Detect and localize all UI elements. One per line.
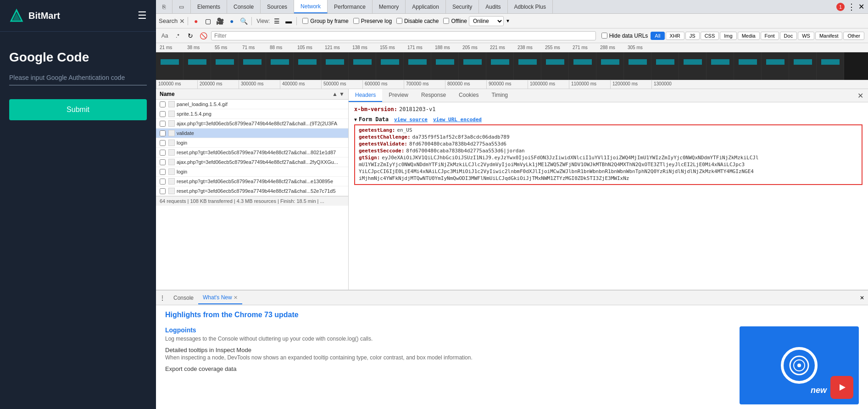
tab-dock-left[interactable]: ⎘ <box>156 0 172 13</box>
close-panel-button[interactable]: ✕ <box>853 89 868 102</box>
filter-type-css[interactable]: CSS <box>701 32 719 40</box>
screenshot-22[interactable] <box>734 52 762 80</box>
tab-sources[interactable]: Sources <box>261 0 294 13</box>
tab-timing[interactable]: Timing <box>485 89 514 102</box>
play-button[interactable] <box>830 376 853 399</box>
list-item[interactable]: ajax.php?gt=3efd06ecb5c8799ea7749b44e88c… <box>156 157 348 167</box>
screenshot-10[interactable] <box>404 52 431 80</box>
list-item-validate[interactable]: validate <box>156 129 348 138</box>
view-source-link[interactable]: view source <box>394 117 428 123</box>
tab-preview[interactable]: Preview <box>382 89 415 102</box>
item-checkbox[interactable] <box>160 111 166 117</box>
stop-button[interactable]: ▢ <box>203 16 213 26</box>
screenshot-6[interactable] <box>294 52 321 80</box>
case-sensitive-btn[interactable]: Aa <box>160 31 170 41</box>
item-checkbox[interactable] <box>160 179 166 185</box>
three-dots-icon[interactable]: ⋮ <box>160 295 165 301</box>
screenshot-4[interactable] <box>239 52 266 80</box>
search-icon-button[interactable]: 🔍 <box>239 16 249 26</box>
tab-response[interactable]: Response <box>415 89 452 102</box>
tab-memory[interactable]: Memory <box>373 0 406 13</box>
item-checkbox[interactable] <box>160 140 166 146</box>
filter-type-xhr[interactable]: XHR <box>666 32 684 40</box>
clear-filter-btn[interactable]: 🚫 <box>198 31 208 41</box>
tab-dock-bottom[interactable]: ▭ <box>172 0 191 13</box>
scroll-up-btn[interactable]: ▲ <box>332 91 338 97</box>
item-checkbox[interactable] <box>160 188 166 194</box>
error-badge[interactable]: 1 <box>836 3 845 11</box>
list-item[interactable]: ajax.php?gt=3efd06ecb5c8799ea7749b44e88c… <box>156 119 348 129</box>
list-item[interactable]: reset.php?gt=3efd06ecb5c8799ea7749b44e88… <box>156 177 348 186</box>
regex-btn[interactable]: .* <box>172 31 183 41</box>
screenshot-toggle-button[interactable]: 🎥 <box>215 16 225 26</box>
group-by-frame-checkbox[interactable] <box>302 18 308 24</box>
filter-type-all[interactable]: All <box>651 32 664 40</box>
tab-cookies[interactable]: Cookies <box>452 89 485 102</box>
screenshot-9[interactable] <box>376 52 404 80</box>
close-devtools-icon[interactable]: ✕ <box>858 2 864 11</box>
list-item[interactable]: sprite.1.5.4.png <box>156 109 348 119</box>
record-button[interactable]: ● <box>191 16 201 26</box>
list-item[interactable]: reset.php?gt=3efd06ecb5c8799ea7749b44e88… <box>156 186 348 196</box>
view-url-encoded-link[interactable]: view URL encoded <box>433 117 482 123</box>
tab-security[interactable]: Security <box>446 0 479 13</box>
screenshot-14[interactable] <box>514 52 541 80</box>
preserve-log-checkbox[interactable] <box>353 18 359 24</box>
tab-adblock[interactable]: Adblock Plus <box>508 0 553 13</box>
screenshot-19[interactable] <box>651 52 679 80</box>
submit-button[interactable]: Submit <box>9 99 147 120</box>
screenshot-25[interactable] <box>817 52 844 80</box>
screenshot-17[interactable] <box>596 52 624 80</box>
screenshot-11[interactable] <box>431 52 459 80</box>
filter-icon-button[interactable]: ● <box>227 16 237 26</box>
screenshot-20[interactable] <box>679 52 707 80</box>
filter-type-other[interactable]: Other <box>843 32 864 40</box>
list-item[interactable]: login <box>156 138 348 148</box>
filter-type-js[interactable]: JS <box>685 32 700 40</box>
tab-application[interactable]: Application <box>406 0 446 13</box>
screenshot-15[interactable] <box>541 52 569 80</box>
tab-elements[interactable]: Elements <box>191 0 227 13</box>
tab-network[interactable]: Network <box>294 0 328 13</box>
screenshot-2[interactable] <box>184 52 211 80</box>
filter-type-media[interactable]: Media <box>738 32 760 40</box>
item-checkbox[interactable] <box>160 159 166 165</box>
tab-console[interactable]: Console <box>227 0 261 13</box>
screenshot-23[interactable] <box>762 52 789 80</box>
screenshot-16[interactable] <box>569 52 596 80</box>
screenshot-1[interactable] <box>156 52 184 80</box>
screenshot-8[interactable] <box>349 52 376 80</box>
list-item[interactable]: reset.php?gt=3efd06ecb5c8799ea7749b44e88… <box>156 148 348 157</box>
filter-type-ws[interactable]: WS <box>798 32 814 40</box>
screenshot-5[interactable] <box>266 52 294 80</box>
filter-type-img[interactable]: Img <box>720 32 736 40</box>
search-close-icon[interactable]: ✕ <box>179 17 185 25</box>
refresh-btn[interactable]: ↻ <box>185 31 195 41</box>
disable-cache-checkbox[interactable] <box>396 18 402 24</box>
item-checkbox[interactable] <box>160 101 166 107</box>
item-checkbox[interactable] <box>160 121 166 127</box>
filter-input[interactable] <box>211 31 596 40</box>
tab-whats-new[interactable]: What's New ✕ <box>198 291 242 304</box>
screenshot-7[interactable] <box>321 52 349 80</box>
item-checkbox[interactable] <box>160 169 166 175</box>
filter-type-doc[interactable]: Doc <box>780 32 797 40</box>
screenshot-3[interactable] <box>211 52 239 80</box>
tab-headers[interactable]: Headers <box>349 89 382 102</box>
screenshot-12[interactable] <box>459 52 486 80</box>
screenshot-13[interactable] <box>486 52 514 80</box>
tab-console-bottom[interactable]: Console <box>169 292 198 304</box>
screenshot-18[interactable] <box>624 52 651 80</box>
view-list-icon[interactable]: ☰ <box>272 16 282 26</box>
tab-performance[interactable]: Performance <box>328 0 373 13</box>
item-checkbox[interactable] <box>160 130 166 136</box>
tab-audits[interactable]: Audits <box>479 0 507 13</box>
hide-data-urls-checkbox[interactable] <box>601 33 607 39</box>
list-item[interactable]: login <box>156 167 348 177</box>
screenshot-21[interactable] <box>707 52 734 80</box>
throttle-select[interactable]: Online Fast 3G Slow 3G <box>469 16 504 26</box>
screenshot-24[interactable] <box>789 52 817 80</box>
item-checkbox[interactable] <box>160 150 166 156</box>
whats-new-close-icon[interactable]: ✕ <box>234 295 238 300</box>
filter-type-font[interactable]: Font <box>761 32 779 40</box>
